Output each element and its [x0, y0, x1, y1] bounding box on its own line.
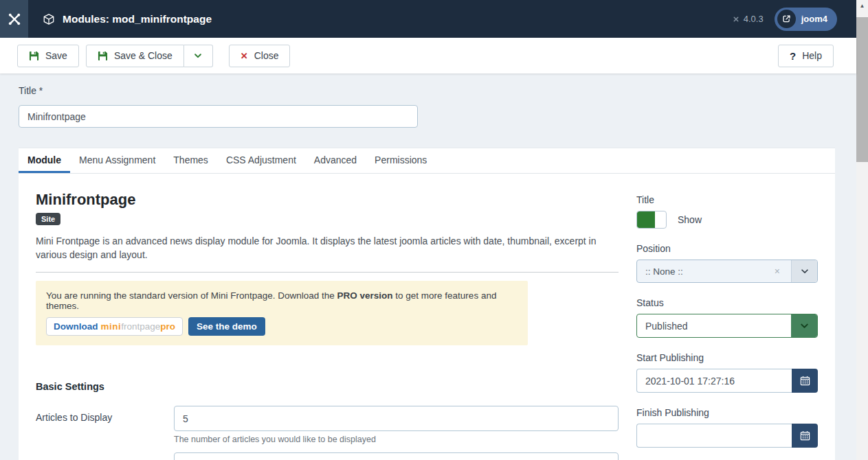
skipped-item-control	[174, 452, 619, 460]
title-toggle-state: Show	[678, 214, 702, 225]
toolbar: Save Save & Close	[0, 38, 856, 73]
title-input[interactable]	[19, 105, 418, 128]
save-floppy-icon	[29, 51, 39, 61]
joomla-version: 4.0.3	[732, 14, 764, 24]
title-field-label: Title *	[19, 85, 856, 96]
module-main-column: Minifrontpage Site Mini Frontpage is an …	[36, 191, 619, 460]
notice-text: You are running the standard version of …	[46, 290, 518, 311]
scroll-up-arrow-icon[interactable]: ▲	[856, 0, 868, 12]
chevron-down-icon	[800, 266, 810, 276]
close-button[interactable]: ✕ Close	[229, 45, 291, 67]
position-dropdown-toggle[interactable]	[791, 260, 817, 282]
header-right: 4.0.3 joom4	[732, 8, 856, 31]
finish-publishing-input[interactable]	[636, 424, 792, 448]
page-content: Title * Module Menu Assignment Themes CS…	[0, 73, 856, 460]
tab-bar: Module Menu Assignment Themes CSS Adjust…	[19, 148, 835, 174]
status-dropdown-toggle[interactable]	[791, 314, 817, 337]
joomla-logo-icon	[7, 12, 22, 27]
app-header: Modules: mod_minifrontpage 4.0.3	[0, 0, 856, 38]
module-description: Mini Frontpage is an advanced news displ…	[36, 235, 619, 262]
calendar-icon	[800, 376, 810, 386]
question-mark-icon: ?	[790, 50, 796, 62]
finish-publishing-label: Finish Publishing	[636, 407, 709, 418]
tab-css-adjustment[interactable]: CSS Adjustment	[217, 148, 305, 173]
page-title-text: Modules: mod_minifrontpage	[63, 13, 212, 25]
position-label: Position	[636, 243, 671, 254]
download-pro-button[interactable]: Download mini frontpage pro	[46, 317, 183, 336]
start-publishing-input[interactable]	[636, 369, 792, 393]
tab-advanced[interactable]: Advanced	[305, 148, 366, 173]
save-label: Save	[45, 50, 67, 61]
finish-publishing-group: Finish Publishing	[636, 406, 818, 448]
position-select[interactable]: :: None :: ×	[636, 260, 818, 283]
tab-menu-assignment[interactable]: Menu Assignment	[70, 148, 164, 173]
module-heading: Minifrontpage	[36, 191, 619, 209]
minifrontpagepro-logo: mini	[101, 321, 122, 332]
status-group: Status Published	[636, 297, 818, 338]
title-toggle-row: Show	[636, 211, 818, 229]
start-publishing-label: Start Publishing	[636, 352, 704, 363]
module-settings-sidebar: Title Show Position :: None :: ×	[636, 191, 818, 460]
save-close-button[interactable]: Save & Close	[86, 45, 184, 67]
notice-text-bold: PRO version	[337, 290, 393, 301]
tab-themes[interactable]: Themes	[164, 148, 217, 173]
articles-to-display-help: The number of articles you would like to…	[174, 435, 619, 444]
scrollbar-thumb[interactable]	[856, 17, 868, 162]
joomla-logo-button[interactable]	[0, 0, 28, 38]
status-select[interactable]: Published	[636, 314, 818, 338]
notice-text-before: You are running the standard version of …	[46, 290, 337, 301]
basic-settings-heading: Basic Settings	[36, 381, 619, 392]
save-close-split-button: Save & Close	[86, 45, 213, 67]
divider	[36, 272, 619, 273]
tab-panel-module: Minifrontpage Site Mini Frontpage is an …	[19, 174, 835, 460]
joomla-admin-screen: Modules: mod_minifrontpage 4.0.3	[0, 0, 868, 460]
close-x-icon: ✕	[241, 51, 248, 61]
skipped-item-input[interactable]	[174, 452, 619, 460]
save-options-dropdown-toggle[interactable]	[184, 45, 213, 67]
vertical-scrollbar[interactable]: ▲	[856, 0, 868, 460]
module-edit-card: Module Menu Assignment Themes CSS Adjust…	[19, 148, 835, 460]
tab-permissions[interactable]: Permissions	[366, 148, 436, 173]
see-demo-button[interactable]: See the demo	[188, 317, 265, 336]
field-row-articles: Articles to Display The number of articl…	[36, 406, 619, 444]
start-publishing-control	[636, 369, 818, 393]
help-button[interactable]: ? Help	[778, 45, 834, 67]
finish-publishing-control	[636, 424, 818, 448]
pro-version-notice: You are running the standard version of …	[36, 281, 528, 345]
download-label: Download	[54, 321, 98, 332]
module-cube-icon	[43, 13, 55, 25]
articles-to-display-control: The number of articles you would like to…	[174, 406, 619, 444]
start-publishing-group: Start Publishing	[636, 352, 818, 393]
field-row-skipped: Skipped item	[36, 452, 619, 460]
skipped-item-label: Skipped item	[36, 452, 174, 460]
external-link-icon	[777, 10, 796, 28]
user-menu-button[interactable]: joom4	[775, 8, 837, 31]
start-publishing-calendar-button[interactable]	[792, 369, 818, 393]
calendar-icon	[800, 430, 810, 441]
title-show-toggle[interactable]	[636, 211, 667, 229]
notice-buttons: Download mini frontpage pro See the demo	[46, 317, 518, 336]
page-title: Modules: mod_minifrontpage	[43, 13, 212, 25]
help-label: Help	[802, 50, 822, 61]
site-badge: Site	[36, 213, 60, 225]
articles-to-display-label: Articles to Display	[36, 406, 174, 444]
clear-x-icon[interactable]: ×	[772, 266, 783, 277]
save-button[interactable]: Save	[17, 45, 79, 67]
minifrontpagepro-logo-mid: frontpage	[121, 321, 160, 332]
tab-module[interactable]: Module	[19, 148, 70, 173]
status-label: Status	[636, 297, 664, 308]
chevron-down-icon	[193, 51, 203, 60]
position-value: :: None :: ×	[637, 260, 791, 282]
save-close-label: Save & Close	[114, 50, 173, 61]
toggle-on-indicator	[637, 211, 655, 228]
position-value-text: :: None ::	[645, 266, 683, 277]
articles-to-display-input[interactable]	[174, 406, 619, 431]
finish-publishing-calendar-button[interactable]	[792, 424, 818, 448]
position-group: Position :: None :: ×	[636, 242, 818, 283]
close-label: Close	[254, 50, 279, 61]
status-value: Published	[637, 314, 791, 337]
save-floppy-icon	[98, 51, 108, 61]
module-title-field-group: Title *	[0, 73, 856, 128]
version-text: 4.0.3	[744, 14, 764, 24]
minifrontpagepro-logo-pro: pro	[160, 321, 175, 332]
